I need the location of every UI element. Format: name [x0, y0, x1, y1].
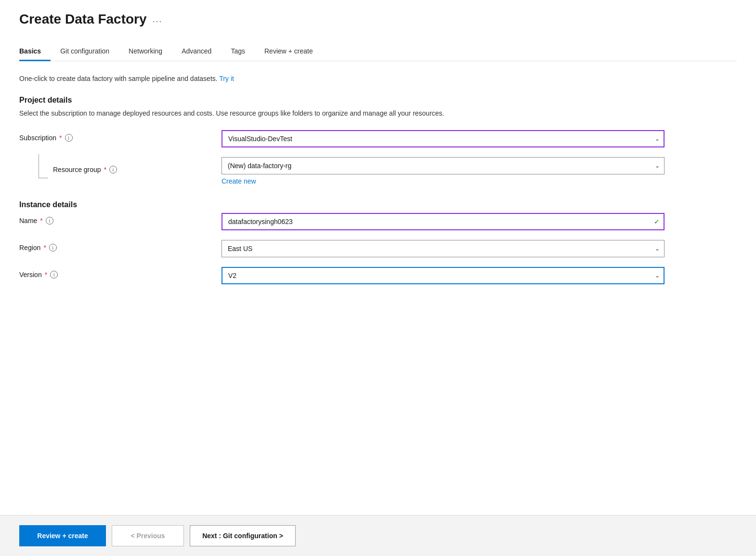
version-row: Version * i V2 ⌄	[19, 267, 737, 284]
name-label: Name	[19, 217, 37, 225]
subscription-info-icon[interactable]: i	[65, 134, 73, 142]
region-info-icon[interactable]: i	[49, 244, 57, 252]
version-control: V2 ⌄	[222, 267, 665, 284]
region-select[interactable]: East US	[222, 240, 665, 257]
tabs-container: Basics Git configuration Networking Adva…	[19, 42, 737, 61]
resource-group-control: (New) data-factory-rg ⌄ Create new	[222, 157, 665, 185]
version-required: *	[45, 271, 47, 278]
tab-basics[interactable]: Basics	[19, 42, 51, 61]
page-container: Create Data Factory ... Basics Git confi…	[0, 0, 756, 556]
version-select-wrapper: V2 ⌄	[222, 267, 665, 284]
region-required: *	[43, 244, 46, 252]
subscription-required: *	[59, 134, 62, 142]
region-row: Region * i East US ⌄	[19, 240, 737, 257]
subscription-control: VisualStudio-DevTest ⌄	[222, 130, 665, 147]
instance-details-section: Instance details Name * i ✓ Reg	[19, 200, 737, 284]
subscription-label-container: Subscription * i	[19, 130, 222, 142]
region-select-wrapper: East US ⌄	[222, 240, 665, 257]
main-content: Create Data Factory ... Basics Git confi…	[0, 0, 756, 515]
name-info-icon[interactable]: i	[46, 217, 53, 225]
project-details-title: Project details	[19, 96, 737, 105]
subscription-select-wrapper: VisualStudio-DevTest ⌄	[222, 130, 665, 147]
version-info-icon[interactable]: i	[50, 271, 58, 278]
name-required: *	[40, 217, 42, 225]
instance-details-title: Instance details	[19, 200, 737, 209]
version-label: Version	[19, 271, 42, 278]
project-details-description: Select the subscription to manage deploy…	[19, 108, 737, 119]
name-control: ✓	[222, 213, 665, 230]
resource-group-label: Resource group	[53, 166, 101, 173]
region-label-container: Region * i	[19, 240, 222, 252]
try-it-section: One-click to create data factory with sa…	[19, 75, 737, 82]
tab-review-create[interactable]: Review + create	[255, 42, 323, 61]
subscription-row: Subscription * i VisualStudio-DevTest ⌄	[19, 130, 737, 147]
resource-group-required: *	[104, 166, 106, 173]
tab-networking[interactable]: Networking	[119, 42, 172, 61]
version-label-container: Version * i	[19, 267, 222, 278]
project-details-section: Project details Select the subscription …	[19, 96, 737, 185]
resource-group-label-container: Resource group * i	[19, 157, 222, 178]
tab-tags[interactable]: Tags	[221, 42, 255, 61]
name-row: Name * i ✓	[19, 213, 737, 230]
region-label: Region	[19, 244, 40, 252]
page-header: Create Data Factory ...	[19, 12, 737, 27]
resource-group-select[interactable]: (New) data-factory-rg	[222, 157, 665, 174]
tab-advanced[interactable]: Advanced	[172, 42, 221, 61]
try-it-link[interactable]: Try it	[219, 75, 234, 82]
name-input[interactable]	[222, 213, 665, 230]
resource-group-select-wrapper: (New) data-factory-rg ⌄	[222, 157, 665, 174]
subscription-select[interactable]: VisualStudio-DevTest	[222, 130, 665, 147]
resource-group-row: Resource group * i (New) data-factory-rg…	[19, 157, 737, 185]
review-create-button[interactable]: Review + create	[19, 525, 106, 546]
version-select[interactable]: V2	[222, 267, 665, 284]
name-input-wrapper: ✓	[222, 213, 665, 230]
create-new-link[interactable]: Create new	[222, 177, 256, 185]
previous-button[interactable]: < Previous	[112, 525, 184, 546]
tab-git-configuration[interactable]: Git configuration	[51, 42, 119, 61]
page-title: Create Data Factory	[19, 12, 147, 27]
bracket-indent-line	[39, 154, 48, 178]
resource-group-info-icon[interactable]: i	[109, 166, 117, 173]
name-label-container: Name * i	[19, 213, 222, 225]
region-control: East US ⌄	[222, 240, 665, 257]
header-ellipsis-button[interactable]: ...	[153, 14, 163, 25]
subscription-label: Subscription	[19, 134, 56, 142]
footer-bar: Review + create < Previous Next : Git co…	[0, 515, 756, 556]
next-button[interactable]: Next : Git configuration >	[190, 525, 296, 546]
